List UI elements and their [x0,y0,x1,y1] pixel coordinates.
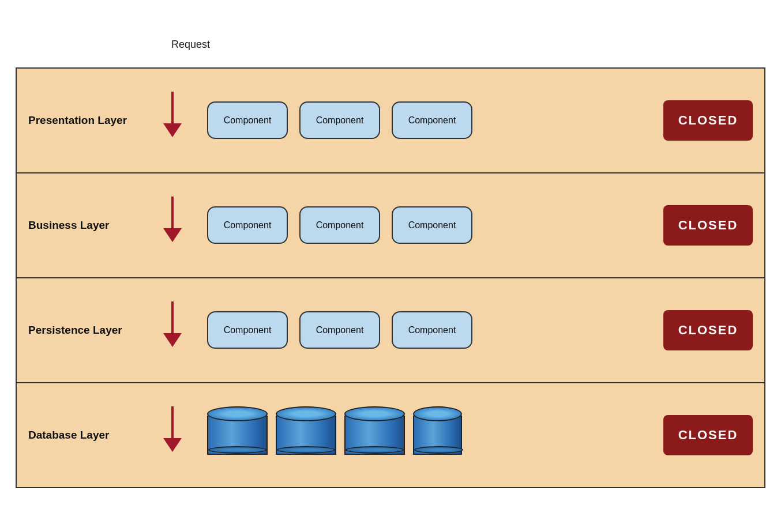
persistence-down-arrow [163,301,182,359]
persistence-arrow-col [144,290,201,371]
business-components: Component Component Component [201,206,663,244]
presentation-component-1: Component [207,101,288,139]
arrow-head [163,123,182,137]
presentation-closed-badge: CLOSED [663,100,753,141]
business-layer-label: Business Layer [28,219,144,232]
arrow-head [163,228,182,242]
persistence-layer-label: Persistence Layer [28,324,144,337]
presentation-layer-label: Presentation Layer [28,114,144,127]
arrow-shaft [171,301,174,333]
db-top-1 [207,406,268,421]
business-closed-badge: CLOSED [663,205,753,246]
arrow-shaft [171,92,174,123]
business-layer: Business Layer Component Component Compo… [16,173,765,278]
presentation-arrow-col [144,80,201,161]
db-top-4 [413,406,462,421]
business-component-2: Component [299,206,380,244]
presentation-down-arrow [163,92,182,149]
db-cylinder-1 [207,406,268,458]
arrow-shaft [171,406,174,438]
db-bottom-1 [208,446,266,454]
db-body-1 [207,416,268,455]
db-top-3 [344,406,405,421]
database-components [201,406,663,464]
db-bottom-3 [346,446,404,454]
diagram-container: Request Presentation Layer Component Com… [16,39,765,494]
db-cylinder-3 [344,406,405,458]
db-body-4 [413,416,462,455]
persistence-component-3: Component [392,311,472,349]
database-closed-badge: CLOSED [663,415,753,455]
database-arrow-col [144,395,201,476]
db-cylinder-4 [413,406,462,458]
presentation-component-2: Component [299,101,380,139]
business-component-3: Component [392,206,472,244]
persistence-closed-badge: CLOSED [663,310,753,350]
persistence-components: Component Component Component [201,311,663,349]
layers-wrapper: Presentation Layer Component Component C… [16,67,765,488]
persistence-component-2: Component [299,311,380,349]
business-down-arrow [163,197,182,254]
db-bottom-4 [414,446,463,454]
business-arrow-col [144,185,201,266]
request-label: Request [171,39,210,51]
business-component-1: Component [207,206,288,244]
database-layer: Database Layer [16,383,765,488]
persistence-component-1: Component [207,311,288,349]
db-body-2 [276,416,336,455]
persistence-layer: Persistence Layer Component Component Co… [16,278,765,383]
arrow-shaft [171,197,174,228]
database-layer-label: Database Layer [28,429,144,442]
database-down-arrow [163,406,182,464]
arrow-head [163,333,182,347]
db-top-2 [276,406,336,421]
db-cylinder-2 [276,406,336,458]
db-bottom-2 [277,446,335,454]
presentation-components: Component Component Component [201,101,663,139]
presentation-layer: Presentation Layer Component Component C… [16,67,765,173]
db-body-3 [344,416,405,455]
arrow-head [163,438,182,452]
presentation-component-3: Component [392,101,472,139]
